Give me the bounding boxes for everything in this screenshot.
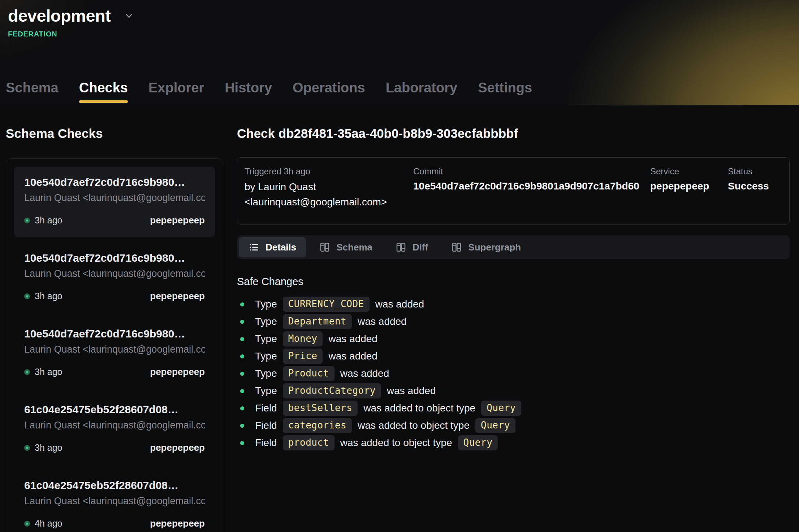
change-row: Field bestSellers was added to object ty…	[237, 401, 790, 416]
change-code2-chip: Query	[475, 418, 515, 433]
schema-checks-list: 10e540d7aef72c0d716c9b980… Laurin Quast …	[6, 158, 223, 532]
change-suffix: was added	[328, 333, 377, 345]
change-row: Type Money was added	[237, 331, 790, 346]
change-row: Field categories was added to object typ…	[237, 418, 790, 433]
service-value: pepepepeep	[650, 179, 724, 193]
status-dot	[24, 445, 30, 451]
triggered-label: Triggered 3h ago	[245, 166, 410, 176]
status-value: Success	[728, 179, 782, 193]
nav-tab[interactable]: Explorer	[148, 80, 204, 105]
change-prefix: Type	[255, 333, 277, 345]
schema-checks-sidebar: Schema Checks 10e540d7aef72c0d716c9b980……	[6, 105, 223, 532]
nav-tab[interactable]: Operations	[293, 80, 365, 105]
check-list-item[interactable]: 10e540d7aef72c0d716c9b980… Laurin Quast …	[14, 318, 215, 388]
change-row: Type ProductCategory was added	[237, 383, 790, 398]
change-code-chip: categories	[283, 418, 352, 433]
commit-cell: Commit 10e540d7aef72c0d716c9b9801a9d907c…	[413, 166, 647, 210]
check-service: pepepepeep	[150, 442, 205, 453]
panel-tab[interactable]: Details	[239, 237, 306, 257]
check-detail-title: Check db28f481-35aa-40b0-b8b9-303ecfabbb…	[237, 126, 790, 141]
commit-hash: 10e540d7aef72c0d716c9b9801a9d907c1a7bd60	[413, 179, 647, 193]
change-row: Type Product was added	[237, 366, 790, 381]
change-prefix: Type	[255, 350, 277, 362]
schema-checks-title: Schema Checks	[6, 126, 223, 141]
change-suffix: was added	[340, 368, 389, 379]
nav-tab[interactable]: Laboratory	[386, 80, 457, 105]
project-type-badge: FEDERATION	[8, 30, 799, 38]
change-code-chip: bestSellers	[283, 401, 358, 416]
commit-label: Commit	[413, 166, 647, 176]
nav-tab[interactable]: Checks	[79, 80, 128, 105]
bullet-dot	[240, 320, 244, 324]
change-code2-chip: Query	[458, 435, 498, 450]
columns-icon	[396, 242, 406, 253]
check-list-item[interactable]: 61c04e25475eb52f28607d08… Laurin Quast <…	[14, 470, 215, 532]
change-suffix: was added to object type	[358, 420, 470, 431]
triggered-by: by Laurin Quast <laurinquast@googlemail.…	[245, 179, 410, 210]
change-row: Field product was added to object type Q…	[237, 435, 790, 450]
check-author: Laurin Quast <laurinquast@googlemail.co…	[24, 344, 205, 355]
panel-tab-label: Supergraph	[468, 242, 521, 253]
panel-tab[interactable]: Diff	[386, 237, 438, 257]
check-meta-box: Triggered 3h ago by Laurin Quast <laurin…	[237, 157, 790, 224]
change-suffix: was added	[358, 316, 406, 327]
detail-tabstrip: Details Schema	[237, 235, 790, 259]
list-icon	[249, 242, 259, 253]
safe-changes-list: Type CURRENCY_CODE was added Type Depart…	[237, 297, 790, 450]
panel-tab-label: Schema	[336, 242, 372, 253]
check-author: Laurin Quast <laurinquast@googlemail.co…	[24, 420, 205, 431]
check-author: Laurin Quast <laurinquast@googlemail.co…	[24, 268, 205, 279]
check-id: 10e540d7aef72c0d716c9b980…	[24, 176, 205, 188]
change-code-chip: Department	[283, 314, 352, 329]
check-list-item[interactable]: 61c04e25475eb52f28607d08… Laurin Quast <…	[14, 394, 215, 464]
change-code-chip: product	[283, 435, 334, 450]
panel-tab[interactable]: Supergraph	[441, 237, 531, 257]
status-dot	[24, 293, 30, 299]
triggered-by-email: <laurinquast@googlemail.com>	[245, 195, 410, 210]
check-list-item[interactable]: 10e540d7aef72c0d716c9b980… Laurin Quast …	[14, 243, 215, 313]
bullet-dot	[240, 337, 244, 341]
nav-tab[interactable]: History	[225, 80, 272, 105]
check-time: 3h ago	[35, 367, 62, 377]
main-nav: Schema Checks Explorer History Operation…	[6, 80, 553, 105]
service-label: Service	[650, 166, 724, 176]
columns-icon	[319, 242, 330, 253]
change-suffix: was added	[375, 298, 424, 310]
bullet-dot	[240, 372, 244, 376]
triggered-cell: Triggered 3h ago by Laurin Quast <laurin…	[245, 166, 410, 210]
bullet-dot	[240, 424, 244, 428]
change-row: Type Price was added	[237, 349, 790, 364]
change-code-chip: Product	[283, 366, 334, 381]
check-time: 4h ago	[35, 518, 62, 529]
check-meta-row: 3h ago pepepepeep	[24, 291, 205, 302]
check-time: 3h ago	[35, 442, 62, 453]
nav-tab[interactable]: Schema	[6, 80, 59, 105]
change-prefix: Type	[255, 298, 277, 310]
change-code2-chip: Query	[481, 401, 521, 416]
change-prefix: Field	[255, 402, 277, 414]
status-dot	[24, 521, 30, 527]
bullet-dot	[240, 441, 244, 445]
panel-tab[interactable]: Schema	[310, 237, 382, 257]
change-code-chip: Price	[283, 349, 323, 364]
columns-icon	[451, 242, 462, 253]
check-meta-row: 3h ago pepepepeep	[24, 442, 205, 453]
safe-changes-title: Safe Changes	[237, 276, 790, 288]
project-name: development	[8, 6, 111, 26]
change-code-chip: Money	[283, 331, 323, 346]
service-cell: Service pepepepeep	[650, 166, 724, 210]
check-author: Laurin Quast <laurinquast@googlemail.co…	[24, 192, 205, 204]
chevron-down-icon[interactable]	[124, 10, 134, 21]
triggered-by-name: by Laurin Quast	[245, 179, 410, 195]
nav-tab[interactable]: Settings	[478, 80, 532, 105]
check-id: 61c04e25475eb52f28607d08…	[24, 479, 205, 492]
change-suffix: was added	[328, 350, 377, 362]
status-cell: Status Success	[728, 166, 782, 210]
check-id: 10e540d7aef72c0d716c9b980…	[24, 252, 205, 264]
status-dot	[24, 218, 30, 223]
check-list-item[interactable]: 10e540d7aef72c0d716c9b980… Laurin Quast …	[14, 167, 215, 237]
check-id: 10e540d7aef72c0d716c9b980…	[24, 328, 205, 340]
change-suffix: was added	[387, 385, 436, 397]
status-label: Status	[728, 166, 782, 176]
project-title-row: development	[0, 0, 799, 26]
